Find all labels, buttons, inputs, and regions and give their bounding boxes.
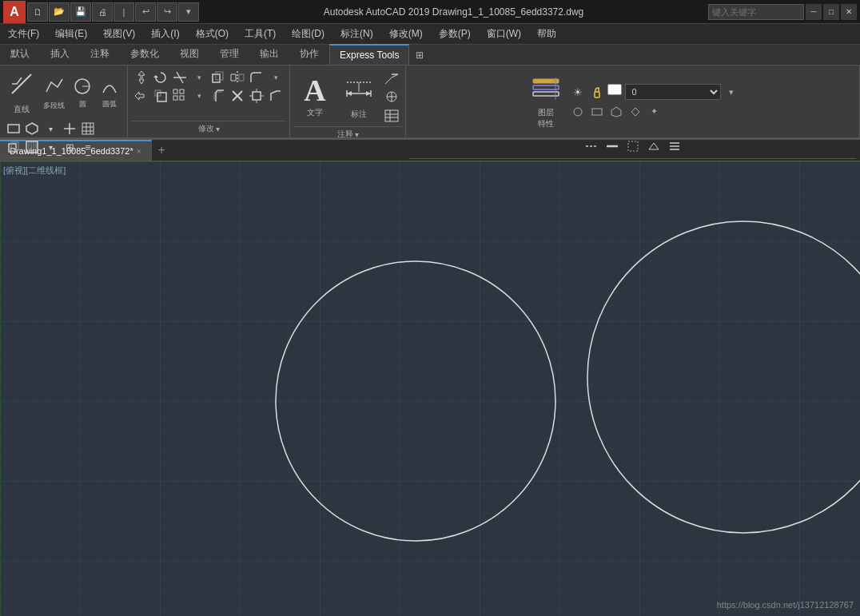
new-tab-button[interactable]: + [152,140,172,161]
maximize-button[interactable]: □ [823,4,839,20]
polyline-button[interactable]: 多段线 [40,69,68,117]
app-icon: A [3,1,26,23]
fillet-button[interactable] [248,69,265,86]
svg-rect-34 [180,96,184,100]
layer-icon3[interactable] [588,103,606,121]
new-button[interactable]: 🗋 [27,2,48,22]
layer-icon5[interactable] [627,103,644,121]
layer-name-dropdown[interactable]: 0 [625,84,721,100]
svg-rect-32 [180,89,184,93]
menu-help[interactable]: 帮助 [529,24,564,44]
layer-dropdown-arrow[interactable]: ▾ [723,84,740,101]
save-button[interactable]: 💾 [70,2,91,22]
scale-button[interactable] [152,87,169,105]
tab-output[interactable]: 输出 [249,42,289,65]
search-input[interactable] [708,4,804,20]
svg-marker-19 [138,71,145,84]
gradient-button[interactable]: ▾ [42,138,59,156]
stretch-button[interactable] [133,87,150,105]
table-annotate-button[interactable] [383,107,400,125]
rotate-button[interactable] [152,69,169,86]
circle-button[interactable]: 圆 [70,69,95,117]
text-button[interactable]: A 文字 [295,71,335,122]
erase-button[interactable] [229,87,246,105]
svg-marker-27 [239,74,244,81]
table-button[interactable] [79,120,97,137]
mirror-button[interactable] [229,69,246,86]
svg-marker-4 [26,123,38,134]
undo-button[interactable]: ↩ [135,2,156,22]
tab-more-button[interactable]: ⊞ [409,46,430,65]
drawing-tab-close[interactable]: × [137,147,141,156]
block-insert-button[interactable]: ⊞ [61,138,78,156]
offset-button[interactable] [209,87,227,105]
menu-annotate[interactable]: 标注(N) [332,24,381,44]
minimize-button[interactable]: ─ [806,4,822,20]
rectpoly-button[interactable]: ▾ [42,120,59,137]
copy-tool-button[interactable] [5,138,22,156]
layer-color-button[interactable] [607,84,622,95]
tab-annotation[interactable]: 注释 [80,42,120,65]
menu-format[interactable]: 格式(O) [188,24,237,44]
redo-button[interactable]: ↪ [157,2,177,22]
menu-edit[interactable]: 编辑(E) [47,24,95,44]
print-button[interactable]: 🖨 [92,2,113,22]
array-arrow[interactable]: ▾ [190,87,208,105]
svg-rect-63 [595,92,599,97]
title-bar: A 🗋 📂 💾 🖨 | ↩ ↪ ▾ Autodesk AutoCAD 2019 … [0,0,860,24]
menu-tools[interactable]: 工具(T) [237,24,284,44]
menu-insert[interactable]: 插入(I) [143,24,187,44]
svg-rect-37 [253,92,261,100]
ribbon-group-modify: ▾ ▾ [128,66,290,137]
menu-draw[interactable]: 绘图(D) [284,24,332,44]
center-mark-button[interactable] [383,88,400,105]
tab-default[interactable]: 默认 [0,42,40,65]
menu-view[interactable]: 视图(V) [95,24,143,44]
explode-button[interactable] [248,87,265,105]
menu-file[interactable]: 文件(F) [0,24,47,44]
tab-insert[interactable]: 插入 [40,42,80,65]
layer-freeze-button[interactable]: ☀ [569,84,587,101]
array-button[interactable] [171,87,189,105]
drawing-area[interactable]: [俯视][二维线框] https://blog.csdn.net/j137121… [0,161,860,616]
trim-arrow[interactable]: ▾ [190,69,208,86]
rectangle-button[interactable] [5,120,22,137]
trim-button[interactable] [171,69,189,86]
move-modify-button[interactable] [133,69,150,86]
layer-icon2[interactable] [569,103,587,121]
menu-window[interactable]: 窗口(W) [479,24,529,44]
modify-group-label[interactable]: 修改 ▾ [131,121,286,136]
tab-manage[interactable]: 管理 [209,42,249,65]
svg-marker-20 [153,75,158,77]
multileader-button[interactable] [383,69,400,86]
menu-modify[interactable]: 修改(M) [381,24,431,44]
svg-rect-61 [533,92,559,96]
polygon-button[interactable] [23,120,41,137]
layer-properties-button[interactable]: 图层特性 [526,70,566,133]
layer-icon4[interactable] [607,103,625,121]
layer-icon6[interactable]: ✦ [646,103,663,121]
hatch-button[interactable] [23,138,41,156]
lineweight-icon [603,137,621,155]
arc-button[interactable]: 圆弧 [97,69,122,117]
close-button[interactable]: ✕ [841,4,857,20]
svg-rect-55 [385,110,398,121]
move-button[interactable] [61,120,78,137]
tab-parametric[interactable]: 参数化 [120,42,169,65]
ribbon-group-annotation: A 文字 标注 [290,66,406,137]
line-button[interactable]: 直线 [5,69,38,117]
chamfer-button[interactable] [267,87,285,105]
title-bar-left: A 🗋 📂 💾 🖨 | ↩ ↪ ▾ [0,1,199,23]
tab-express-tools[interactable]: Express Tools [329,44,409,65]
xref-button[interactable]: ≡ [79,138,97,156]
layer-lock-button[interactable] [588,84,606,101]
fillet-arrow[interactable]: ▾ [267,69,285,86]
tab-collaborate[interactable]: 协作 [289,42,329,65]
open-button[interactable]: 📂 [49,2,70,22]
tab-view[interactable]: 视图 [169,42,209,65]
copy-modify-button[interactable] [209,69,227,86]
annotation-group-label[interactable]: 注释 ▾ [293,126,402,141]
dimension-button[interactable]: 标注 [338,70,380,124]
dropdown-button[interactable]: ▾ [178,2,199,22]
menu-params[interactable]: 参数(P) [431,24,479,44]
